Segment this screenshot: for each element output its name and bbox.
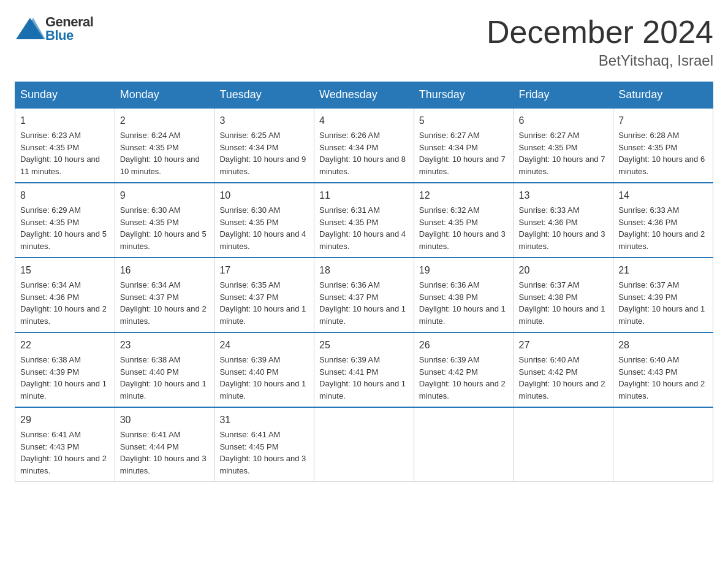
- logo-blue-text: Blue: [45, 29, 93, 42]
- calendar-cell: 10 Sunrise: 6:30 AMSunset: 4:35 PMDaylig…: [214, 183, 314, 258]
- calendar-cell: 24 Sunrise: 6:39 AMSunset: 4:40 PMDaylig…: [214, 332, 314, 407]
- calendar-cell: 13 Sunrise: 6:33 AMSunset: 4:36 PMDaylig…: [514, 183, 613, 258]
- day-info: Sunrise: 6:36 AMSunset: 4:37 PMDaylight:…: [319, 280, 406, 326]
- header-sunday: Sunday: [15, 82, 115, 109]
- page-header: General Blue December 2024 BetYitshaq, I…: [15, 15, 713, 69]
- day-info: Sunrise: 6:39 AMSunset: 4:41 PMDaylight:…: [319, 355, 406, 400]
- calendar-table: Sunday Monday Tuesday Wednesday Thursday…: [15, 82, 713, 482]
- calendar-cell: 23 Sunrise: 6:38 AMSunset: 4:40 PMDaylig…: [115, 332, 214, 407]
- calendar-cell: 29 Sunrise: 6:41 AMSunset: 4:43 PMDaylig…: [15, 407, 115, 482]
- header-friday: Friday: [514, 82, 613, 109]
- calendar-cell: 18 Sunrise: 6:36 AMSunset: 4:37 PMDaylig…: [314, 258, 414, 332]
- day-info: Sunrise: 6:34 AMSunset: 4:36 PMDaylight:…: [20, 280, 107, 326]
- calendar-week-1: 1 Sunrise: 6:23 AMSunset: 4:35 PMDayligh…: [15, 108, 713, 183]
- day-number: 9: [120, 188, 210, 203]
- calendar-cell: [414, 407, 514, 482]
- calendar-cell: [514, 407, 613, 482]
- day-number: 2: [120, 113, 210, 128]
- day-number: 29: [20, 413, 110, 427]
- day-info: Sunrise: 6:37 AMSunset: 4:39 PMDaylight:…: [618, 280, 705, 326]
- day-number: 20: [519, 263, 609, 278]
- header-saturday: Saturday: [613, 82, 713, 109]
- calendar-cell: 19 Sunrise: 6:36 AMSunset: 4:38 PMDaylig…: [414, 258, 514, 332]
- day-info: Sunrise: 6:32 AMSunset: 4:35 PMDaylight:…: [419, 205, 506, 251]
- day-number: 4: [319, 113, 409, 128]
- day-info: Sunrise: 6:35 AMSunset: 4:37 PMDaylight:…: [219, 280, 306, 326]
- day-info: Sunrise: 6:41 AMSunset: 4:43 PMDaylight:…: [20, 430, 107, 475]
- day-number: 14: [618, 188, 708, 203]
- logo-general-text: General: [45, 15, 93, 29]
- day-info: Sunrise: 6:27 AMSunset: 4:35 PMDaylight:…: [519, 131, 605, 176]
- day-number: 19: [419, 263, 509, 278]
- calendar-cell: 26 Sunrise: 6:39 AMSunset: 4:42 PMDaylig…: [414, 332, 514, 407]
- day-number: 31: [219, 413, 309, 427]
- calendar-cell: 22 Sunrise: 6:38 AMSunset: 4:39 PMDaylig…: [15, 332, 115, 407]
- calendar-cell: 16 Sunrise: 6:34 AMSunset: 4:37 PMDaylig…: [115, 258, 214, 332]
- calendar-week-2: 8 Sunrise: 6:29 AMSunset: 4:35 PMDayligh…: [15, 183, 713, 258]
- header-thursday: Thursday: [414, 82, 514, 109]
- day-info: Sunrise: 6:38 AMSunset: 4:40 PMDaylight:…: [120, 355, 207, 400]
- day-info: Sunrise: 6:30 AMSunset: 4:35 PMDaylight:…: [120, 205, 207, 251]
- day-info: Sunrise: 6:39 AMSunset: 4:42 PMDaylight:…: [419, 355, 506, 400]
- calendar-cell: 17 Sunrise: 6:35 AMSunset: 4:37 PMDaylig…: [214, 258, 314, 332]
- day-number: 11: [319, 188, 409, 203]
- calendar-cell: 5 Sunrise: 6:27 AMSunset: 4:34 PMDayligh…: [414, 108, 514, 183]
- title-section: December 2024 BetYitshaq, Israel: [487, 15, 713, 69]
- month-title: December 2024: [487, 15, 713, 50]
- calendar-cell: [613, 407, 713, 482]
- calendar-cell: 6 Sunrise: 6:27 AMSunset: 4:35 PMDayligh…: [514, 108, 613, 183]
- calendar-cell: 3 Sunrise: 6:25 AMSunset: 4:34 PMDayligh…: [214, 108, 314, 183]
- day-number: 6: [519, 113, 609, 128]
- day-number: 3: [219, 113, 309, 128]
- day-number: 25: [319, 338, 409, 353]
- day-number: 18: [319, 263, 409, 278]
- calendar-cell: 14 Sunrise: 6:33 AMSunset: 4:36 PMDaylig…: [613, 183, 713, 258]
- day-info: Sunrise: 6:39 AMSunset: 4:40 PMDaylight:…: [219, 355, 306, 400]
- header-monday: Monday: [115, 82, 214, 109]
- calendar-cell: 1 Sunrise: 6:23 AMSunset: 4:35 PMDayligh…: [15, 108, 115, 183]
- day-info: Sunrise: 6:36 AMSunset: 4:38 PMDaylight:…: [419, 280, 506, 326]
- calendar-cell: 27 Sunrise: 6:40 AMSunset: 4:42 PMDaylig…: [514, 332, 613, 407]
- calendar-cell: 12 Sunrise: 6:32 AMSunset: 4:35 PMDaylig…: [414, 183, 514, 258]
- day-info: Sunrise: 6:24 AMSunset: 4:35 PMDaylight:…: [120, 131, 200, 176]
- day-number: 8: [20, 188, 110, 203]
- day-number: 21: [618, 263, 708, 278]
- calendar-cell: 8 Sunrise: 6:29 AMSunset: 4:35 PMDayligh…: [15, 183, 115, 258]
- day-info: Sunrise: 6:29 AMSunset: 4:35 PMDaylight:…: [20, 205, 107, 251]
- day-info: Sunrise: 6:27 AMSunset: 4:34 PMDaylight:…: [419, 131, 506, 176]
- day-info: Sunrise: 6:37 AMSunset: 4:38 PMDaylight:…: [519, 280, 605, 326]
- calendar-week-4: 22 Sunrise: 6:38 AMSunset: 4:39 PMDaylig…: [15, 332, 713, 407]
- calendar-cell: 30 Sunrise: 6:41 AMSunset: 4:44 PMDaylig…: [115, 407, 214, 482]
- calendar-cell: 11 Sunrise: 6:31 AMSunset: 4:35 PMDaylig…: [314, 183, 414, 258]
- day-number: 5: [419, 113, 509, 128]
- calendar-week-5: 29 Sunrise: 6:41 AMSunset: 4:43 PMDaylig…: [15, 407, 713, 482]
- calendar-cell: 20 Sunrise: 6:37 AMSunset: 4:38 PMDaylig…: [514, 258, 613, 332]
- day-number: 27: [519, 338, 609, 353]
- calendar-cell: 9 Sunrise: 6:30 AMSunset: 4:35 PMDayligh…: [115, 183, 214, 258]
- calendar-cell: 21 Sunrise: 6:37 AMSunset: 4:39 PMDaylig…: [613, 258, 713, 332]
- day-info: Sunrise: 6:40 AMSunset: 4:43 PMDaylight:…: [618, 355, 705, 400]
- day-number: 28: [618, 338, 708, 353]
- day-number: 17: [219, 263, 309, 278]
- day-number: 12: [419, 188, 509, 203]
- day-number: 7: [618, 113, 708, 128]
- calendar-cell: 7 Sunrise: 6:28 AMSunset: 4:35 PMDayligh…: [613, 108, 713, 183]
- day-number: 24: [219, 338, 309, 353]
- day-number: 26: [419, 338, 509, 353]
- day-number: 22: [20, 338, 110, 353]
- day-number: 16: [120, 263, 210, 278]
- day-info: Sunrise: 6:30 AMSunset: 4:35 PMDaylight:…: [219, 205, 306, 251]
- calendar-cell: 31 Sunrise: 6:41 AMSunset: 4:45 PMDaylig…: [214, 407, 314, 482]
- day-number: 10: [219, 188, 309, 203]
- day-info: Sunrise: 6:41 AMSunset: 4:44 PMDaylight:…: [120, 430, 207, 475]
- calendar-cell: [314, 407, 414, 482]
- day-number: 15: [20, 263, 110, 278]
- day-info: Sunrise: 6:26 AMSunset: 4:34 PMDaylight:…: [319, 131, 406, 176]
- calendar-week-3: 15 Sunrise: 6:34 AMSunset: 4:36 PMDaylig…: [15, 258, 713, 332]
- day-info: Sunrise: 6:31 AMSunset: 4:35 PMDaylight:…: [319, 205, 406, 251]
- day-info: Sunrise: 6:41 AMSunset: 4:45 PMDaylight:…: [219, 430, 306, 475]
- day-info: Sunrise: 6:23 AMSunset: 4:35 PMDaylight:…: [20, 131, 100, 176]
- location-title: BetYitshaq, Israel: [487, 52, 713, 69]
- day-number: 1: [20, 113, 110, 128]
- day-info: Sunrise: 6:33 AMSunset: 4:36 PMDaylight:…: [519, 205, 605, 251]
